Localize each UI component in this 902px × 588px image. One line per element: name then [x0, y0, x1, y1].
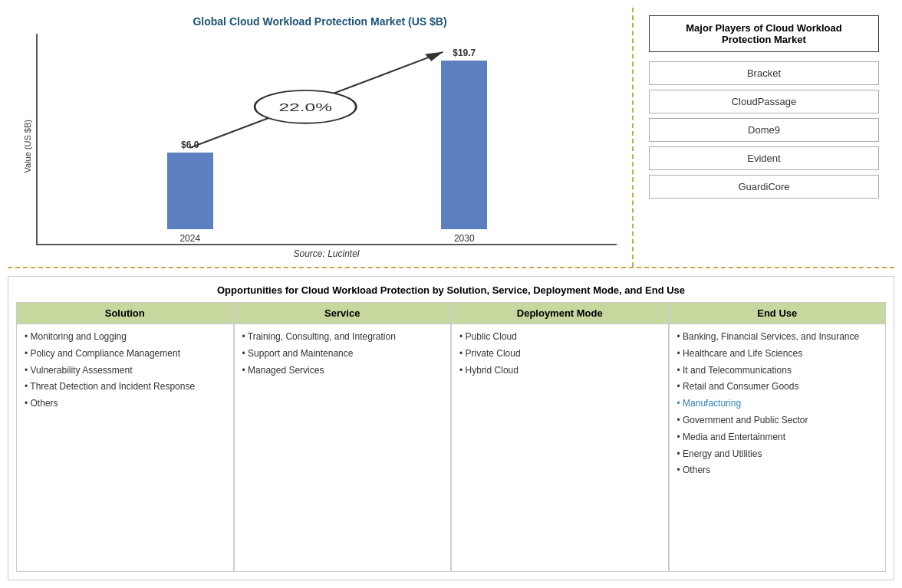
bar-group-2030: $19.7 2030 [441, 48, 487, 244]
svg-point-2 [255, 90, 356, 123]
solution-item-3: • Threat Detection and Incident Response [25, 380, 226, 393]
solution-item-4: • Others [25, 397, 226, 410]
deployment-item-0: • Public Cloud [459, 330, 660, 343]
solution-item-2: • Vulnerability Assessment [25, 364, 226, 377]
player-dome9: Dome9 [649, 118, 879, 142]
y-axis-label: Value (US $B) [23, 120, 32, 173]
major-players-area: Major Players of Cloud Workload Protecti… [634, 8, 894, 267]
categories-container: Solution • Monitoring and Logging • Poli… [16, 302, 886, 572]
category-solution: Solution • Monitoring and Logging • Poli… [16, 302, 234, 572]
svg-text:22.0%: 22.0% [278, 100, 332, 113]
enduse-item-6: • Media and Entertainment [677, 431, 878, 444]
bottom-section: Opportunities for Cloud Workload Protect… [8, 276, 894, 580]
major-players-title: Major Players of Cloud Workload Protecti… [649, 15, 879, 52]
category-enduse: End Use • Banking, Financial Services, a… [669, 302, 887, 572]
chart-inner: 22.0% $6.0 2024 $19.7 2030 [36, 34, 617, 259]
chart-title: Global Cloud Workload Protection Market … [193, 15, 446, 28]
svg-line-1 [189, 52, 443, 148]
service-item-0: • Training, Consulting, and Integration [242, 330, 443, 343]
bar-label-2024: 2024 [179, 233, 200, 244]
chart-arrow-svg: 22.0% [38, 34, 617, 244]
opportunities-title: Opportunities for Cloud Workload Protect… [16, 284, 886, 296]
enduse-items: • Banking, Financial Services, and Insur… [670, 324, 886, 571]
player-guardicore: GuardiCore [649, 175, 879, 199]
enduse-item-5: • Government and Public Sector [677, 414, 878, 427]
enduse-item-2: • It and Telecommunications [677, 364, 878, 377]
service-header: Service [235, 303, 451, 324]
service-items: • Training, Consulting, and Integration … [235, 324, 451, 571]
solution-header: Solution [17, 303, 233, 324]
bar-2024 [167, 153, 213, 229]
deployment-item-2: • Hybrid Cloud [459, 364, 660, 377]
chart-area: Global Cloud Workload Protection Market … [8, 8, 634, 267]
bars-container: 22.0% $6.0 2024 $19.7 2030 [36, 34, 617, 245]
enduse-item-7: • Energy and Utilities [677, 448, 878, 461]
player-bracket: Bracket [649, 61, 879, 85]
deployment-header: Deployment Mode [452, 303, 668, 324]
source-label: Source: Lucintel [36, 248, 617, 259]
enduse-item-1: • Healthcare and Life Sciences [677, 347, 878, 360]
deployment-item-1: • Private Cloud [459, 347, 660, 360]
deployment-items: • Public Cloud • Private Cloud • Hybrid … [452, 324, 668, 571]
enduse-item-4: • Manufacturing [677, 397, 878, 410]
enduse-item-8: • Others [677, 464, 878, 477]
service-item-1: • Support and Maintenance [242, 347, 443, 360]
service-item-2: • Managed Services [242, 364, 443, 377]
solution-items: • Monitoring and Logging • Policy and Co… [17, 324, 233, 571]
bar-value-2024: $6.0 [181, 140, 199, 150]
enduse-item-0: • Banking, Financial Services, and Insur… [677, 330, 878, 343]
top-section: Global Cloud Workload Protection Market … [8, 8, 894, 268]
enduse-header: End Use [670, 303, 886, 324]
solution-item-0: • Monitoring and Logging [25, 330, 226, 343]
category-deployment: Deployment Mode • Public Cloud • Private… [451, 302, 669, 572]
player-cloudpassage: CloudPassage [649, 90, 879, 113]
category-service: Service • Training, Consulting, and Inte… [234, 302, 452, 572]
main-container: Global Cloud Workload Protection Market … [0, 0, 902, 588]
enduse-item-3: • Retail and Consumer Goods [677, 380, 878, 393]
player-evident: Evident [649, 146, 879, 170]
solution-item-1: • Policy and Compliance Management [25, 347, 226, 360]
bar-label-2030: 2030 [454, 233, 475, 244]
bar-value-2030: $19.7 [453, 48, 476, 58]
bar-2030 [441, 61, 487, 229]
chart-wrapper: Value (US $B) [23, 34, 617, 259]
bar-group-2024: $6.0 2024 [167, 140, 213, 244]
